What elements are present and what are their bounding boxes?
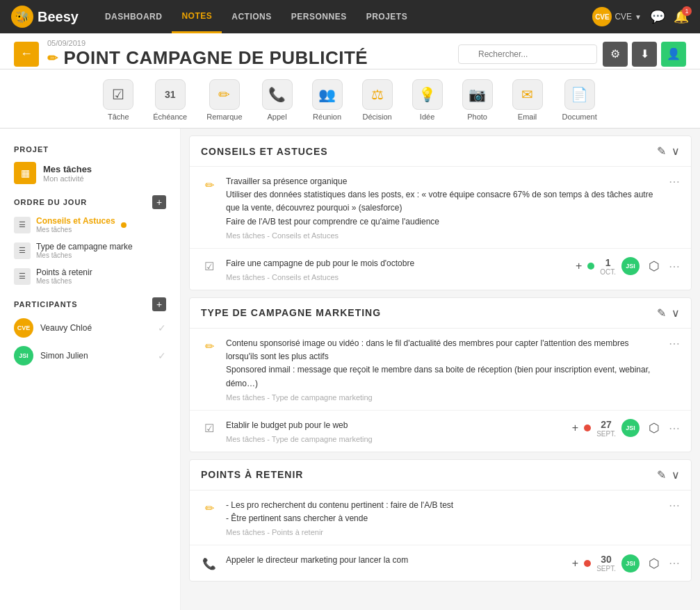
note-points-body-2: Appeler le directeur marketing pour lanc… [226, 554, 564, 570]
messages-button[interactable]: 💬 [650, 9, 665, 24]
add-type-task-button[interactable]: + [572, 422, 578, 434]
avatar-jsi: JSI [14, 346, 33, 365]
page-title: ✏ POINT CAMPAGNE DE PUBLICITÉ [47, 47, 450, 69]
logo-text: Beesy [38, 9, 79, 25]
note-points-text-1: - Les pro recherchent du contenu pertine… [226, 499, 660, 525]
agenda-sub-conseils: Mes tâches [36, 226, 115, 233]
more-options-type-2[interactable]: ⋯ [669, 422, 680, 435]
agenda-sub-type: Mes tâches [36, 252, 133, 259]
section-points-collapse-icon[interactable]: ∨ [671, 468, 680, 481]
section-points-edit-icon[interactable]: ✎ [657, 468, 666, 481]
participant-cve[interactable]: CVE Veauvy Chloé ✓ [0, 314, 180, 342]
note-type-icon-1: ✏ [201, 337, 218, 355]
sidebar: PROJET ▦ Mes tâches Mon activité ORDRE D… [0, 129, 181, 610]
more-options-button-2[interactable]: ⋯ [669, 260, 680, 273]
section-collapse-icon[interactable]: ∨ [671, 145, 680, 158]
nav-actions[interactable]: ACTIONS [222, 0, 282, 33]
more-options-type-1[interactable]: ⋯ [669, 337, 680, 350]
pencil-icon: ✏ [201, 176, 218, 193]
appel-icon: 📞 [262, 79, 293, 110]
email-label: Email [518, 113, 537, 121]
nav-notes[interactable]: NOTES [172, 0, 222, 33]
note-type-meta-1: Mes tâches - Type de campagne marketing [226, 393, 660, 402]
participant-check-jsi: ✓ [158, 350, 166, 361]
agenda-dot-conseils [121, 222, 127, 228]
nav-links: DASHBOARD NOTES ACTIONS PERSONNES PROJET… [95, 0, 417, 33]
section-type-edit-icon[interactable]: ✎ [657, 306, 666, 320]
section-points-title: POINTS À RETENIR [201, 469, 303, 480]
toolbar-email[interactable]: ✉ Email [503, 75, 553, 128]
toolbar-photo[interactable]: 📷 Photo [453, 75, 503, 128]
avatar-cve: CVE [14, 318, 33, 338]
toolbar-tache[interactable]: ☑ Tâche [93, 75, 143, 128]
note-type-body-1: Contenu sponsorisé image ou vidéo : dans… [226, 337, 660, 402]
note-points-text-2: Appeler le directeur marketing pour lanc… [226, 554, 564, 567]
project-item[interactable]: ▦ Mes tâches Mon activité [0, 156, 180, 190]
agenda-icon-conseils: ☰ [14, 217, 31, 233]
nav-personnes[interactable]: PERSONNES [282, 0, 357, 33]
header-search-area: 🔍 ⚙ ⬇ 👤 [458, 42, 686, 67]
phone-icon: 📞 [201, 555, 218, 572]
add-task-button[interactable]: + [576, 260, 582, 272]
hexagon-icon: ⬡ [645, 257, 663, 275]
section-type-actions: ✎ ∨ [657, 306, 680, 320]
user-name[interactable]: CVE [614, 12, 632, 22]
note-type-text-2: Etablir le budget pub pour le web [226, 419, 564, 432]
note-actions-1: ⋯ [669, 175, 680, 188]
notification-badge: 1 [682, 6, 692, 16]
more-options-points-1[interactable]: ⋯ [669, 499, 680, 512]
toolbar-decision[interactable]: ⚖ Décision [352, 75, 402, 128]
section-type-collapse-icon[interactable]: ∨ [671, 306, 680, 320]
participant-jsi[interactable]: JSI Simon Julien ✓ [0, 342, 180, 370]
date-month: OCT. [600, 268, 616, 276]
nav-dashboard[interactable]: DASHBOARD [95, 0, 172, 33]
agenda-name-points: Points à retenir [36, 267, 92, 277]
appel-label: Appel [268, 113, 287, 121]
decision-label: Décision [362, 113, 391, 121]
echeance-label: Échéance [153, 113, 187, 121]
sidebar-item-points[interactable]: ☰ Points à retenir Mes tâches [0, 263, 180, 289]
toolbar-appel[interactable]: 📞 Appel [252, 75, 302, 128]
download-button[interactable]: ⬇ [632, 42, 657, 67]
date-day: 1 [600, 257, 616, 268]
note-meta-1: Mes tâches - Conseils et Astuces [226, 231, 660, 240]
note-points-icon-1: ✏ [201, 499, 218, 517]
title-text: POINT CAMPAGNE DE PUBLICITÉ [64, 47, 368, 69]
note-type-icon-2: ☑ [201, 419, 218, 437]
toolbar-idee[interactable]: 💡 Idée [402, 75, 453, 128]
sidebar-item-conseils[interactable]: ☰ Conseils et Astuces Mes tâches [0, 212, 180, 238]
filter-button[interactable]: ⚙ [603, 42, 628, 67]
toolbar-reunion[interactable]: 👥 Réunion [302, 75, 352, 128]
idee-label: Idée [420, 113, 434, 121]
note-meta-2: Mes tâches - Conseils et Astuces [226, 273, 567, 281]
add-points-task-button[interactable]: + [572, 557, 578, 570]
search-input[interactable] [458, 44, 597, 64]
note-type-1: ✏ Contenu sponsorisé image ou vidéo : da… [190, 329, 691, 411]
add-agenda-button[interactable]: + [152, 195, 166, 209]
toolbar-remarque[interactable]: ✏ Remarque [197, 75, 252, 128]
more-options-points-2[interactable]: ⋯ [669, 557, 680, 570]
user-menu[interactable]: CVE CVE ▼ [592, 7, 642, 26]
email-icon: ✉ [512, 79, 543, 110]
toolbar-echeance[interactable]: 31 Échéance [143, 75, 197, 128]
people-button[interactable]: 👤 [661, 42, 686, 67]
back-button[interactable]: ← [14, 42, 39, 67]
note-icon-col-1: ✏ [201, 175, 218, 193]
user-badge-jsi-3: JSI [621, 554, 640, 572]
header-bar: ← 05/09/2019 ✏ POINT CAMPAGNE DE PUBLICI… [0, 33, 700, 69]
section-type: TYPE DE CAMPAGNE MARKETING ✎ ∨ ✏ Contenu… [189, 297, 692, 452]
add-participant-button[interactable]: + [152, 297, 166, 311]
sidebar-item-type[interactable]: ☰ Type de campagne marke Mes tâches [0, 238, 180, 263]
notifications-button[interactable]: 🔔 1 [674, 9, 689, 24]
edit-title-icon[interactable]: ✏ [47, 51, 58, 66]
document-icon: 📄 [564, 79, 595, 110]
icon-toolbar: ☑ Tâche 31 Échéance ✏ Remarque 📞 Appel 👥… [0, 69, 700, 129]
task-checkbox-icon-type: ☑ [201, 420, 218, 437]
search-wrap: 🔍 [458, 44, 597, 64]
agenda-name-type: Type de campagne marke [36, 242, 133, 252]
more-options-button[interactable]: ⋯ [669, 175, 680, 188]
section-edit-icon[interactable]: ✎ [657, 145, 666, 158]
nav-projets[interactable]: PROJETS [357, 0, 418, 33]
toolbar-document[interactable]: 📄 Document [553, 75, 607, 128]
date-day-27: 27 [596, 419, 616, 430]
